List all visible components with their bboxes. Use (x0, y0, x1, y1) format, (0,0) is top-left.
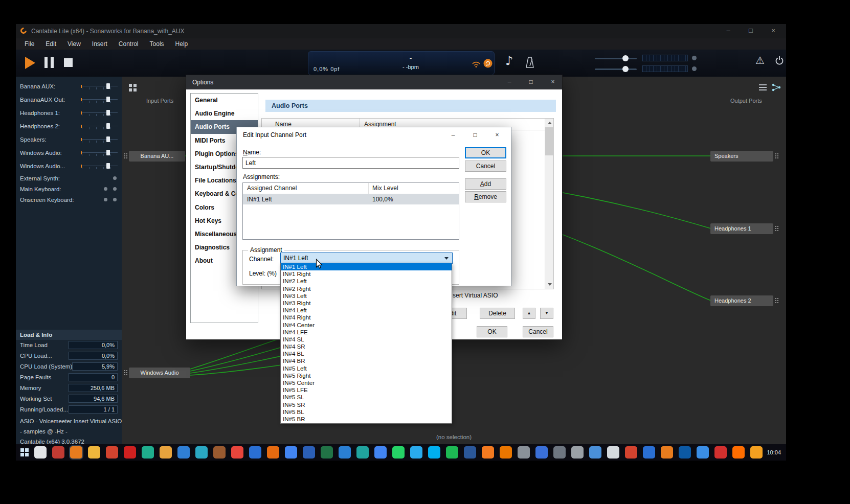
taskbar-icon[interactable] (267, 446, 279, 459)
taskbar-icon[interactable] (750, 446, 763, 459)
close-button[interactable]: × (766, 24, 781, 38)
sync-icon[interactable] (483, 59, 493, 68)
channel-slider[interactable] (81, 149, 118, 156)
taskbar-icon[interactable] (553, 446, 566, 459)
move-up-button[interactable]: ▲ (523, 308, 535, 319)
table-scrollbar[interactable] (545, 119, 553, 289)
node-grip[interactable] (775, 225, 778, 232)
channel-slider[interactable] (81, 109, 118, 117)
dropdown-option[interactable]: IN#4 LFE (281, 329, 452, 336)
taskbar-icon[interactable] (213, 446, 226, 459)
menu-tools[interactable]: Tools (144, 38, 170, 50)
gain-slider-knob-1[interactable] (622, 55, 629, 61)
output-node-headphones-1[interactable]: Headphones 1 (710, 223, 773, 234)
taskbar-icon[interactable] (482, 446, 494, 459)
output-node-headphones-2[interactable]: Headphones 2 (710, 295, 773, 306)
channel-slider[interactable] (81, 123, 118, 130)
dropdown-option[interactable]: IN#4 Center (281, 322, 452, 329)
dropdown-option[interactable]: IN#2 Left (281, 278, 452, 285)
dropdown-option[interactable]: IN#5 Right (281, 372, 452, 379)
menu-help[interactable]: Help (170, 38, 194, 50)
dropdown-option[interactable]: IN#4 Right (281, 314, 452, 321)
dropdown-option[interactable]: IN#4 Left (281, 307, 452, 314)
list-view-icon[interactable] (759, 84, 767, 90)
scroll-thumb[interactable] (545, 127, 554, 155)
scroll-down-icon[interactable] (545, 280, 554, 289)
dropdown-option[interactable]: IN#5 BR (281, 416, 452, 423)
dropdown-option[interactable]: IN#5 LFE (281, 386, 452, 394)
dropdown-option[interactable]: IN#4 BL (281, 350, 452, 357)
play-button[interactable] (25, 57, 35, 69)
grid-view-icon[interactable] (129, 84, 132, 87)
scroll-up-icon[interactable] (545, 119, 554, 127)
edit-close-button[interactable]: × (488, 128, 506, 142)
taskbar-icon[interactable] (643, 446, 655, 459)
nav-general[interactable]: General (191, 94, 258, 107)
taskbar-icon[interactable] (679, 446, 691, 459)
move-down-button[interactable]: ▼ (540, 308, 553, 319)
taskbar-icon[interactable] (321, 446, 333, 459)
remove-button[interactable]: Remove (465, 191, 506, 202)
delete-button[interactable]: Delete (480, 308, 515, 319)
dropdown-option[interactable]: IN#1 Left (281, 263, 452, 270)
node-grip[interactable] (775, 297, 778, 304)
nav-audio-engine[interactable]: Audio Engine (191, 107, 258, 120)
power-icon[interactable] (775, 56, 784, 65)
taskbar-icon[interactable] (446, 446, 458, 459)
dropdown-option[interactable]: IN#5 BL (281, 408, 452, 416)
taskbar-icon[interactable] (714, 446, 727, 459)
dropdown-option[interactable]: IN#5 Left (281, 365, 452, 372)
taskbar-icon[interactable] (124, 446, 136, 459)
taskbar-icon[interactable] (142, 446, 154, 459)
channel-slider[interactable] (81, 83, 118, 90)
taskbar-icon[interactable] (464, 446, 476, 459)
taskbar-icon[interactable] (500, 446, 512, 459)
edit-ok-button[interactable]: OK (465, 147, 506, 158)
taskbar-icon[interactable] (392, 446, 405, 459)
taskbar-icon[interactable] (410, 446, 422, 459)
taskbar-icon[interactable] (177, 446, 190, 459)
menu-insert[interactable]: Insert (86, 38, 113, 50)
warning-icon[interactable]: ⚠ (755, 54, 765, 66)
taskbar-icon[interactable] (535, 446, 548, 459)
channel-slider[interactable] (81, 136, 118, 143)
taskbar-icon[interactable] (303, 446, 315, 459)
taskbar-icon[interactable] (106, 446, 118, 459)
node-grip[interactable] (124, 370, 127, 376)
dropdown-option[interactable]: IN#1 Right (281, 270, 452, 278)
node-grip[interactable] (775, 153, 778, 159)
options-cancel-button[interactable]: Cancel (523, 326, 553, 337)
edit-maximize-button[interactable]: □ (466, 128, 484, 142)
channel-combobox[interactable]: IN#1 Left (280, 253, 453, 264)
edit-cancel-button[interactable]: Cancel (465, 161, 506, 172)
node-grip[interactable] (124, 153, 127, 159)
broadcast-icon[interactable] (471, 60, 481, 68)
menu-file[interactable]: File (19, 38, 40, 50)
channel-slider[interactable] (81, 96, 118, 103)
taskbar-icon[interactable] (70, 446, 82, 459)
minimize-button[interactable]: – (721, 24, 736, 38)
assignment-row[interactable]: IN#1 Left 100,0% (243, 194, 459, 204)
start-button[interactable] (20, 448, 24, 452)
dropdown-option[interactable]: IN#3 Right (281, 300, 452, 307)
taskbar-icon[interactable] (697, 446, 709, 459)
dropdown-option[interactable]: IN#5 SL (281, 394, 452, 401)
dropdown-option[interactable]: IN#5 SR (281, 401, 452, 408)
music-note-icon[interactable]: ♪ (505, 54, 513, 68)
menu-control[interactable]: Control (113, 38, 144, 50)
dropdown-option[interactable]: IN#5 Center (281, 379, 452, 386)
dropdown-option[interactable]: IN#4 SL (281, 336, 452, 343)
taskbar-icon[interactable] (661, 446, 673, 459)
name-input[interactable] (242, 157, 459, 169)
taskbar-icon[interactable] (195, 446, 208, 459)
options-ok-button[interactable]: OK (477, 326, 507, 337)
taskbar-icon[interactable] (732, 446, 745, 459)
taskbar-icon[interactable] (88, 446, 100, 459)
routing-view-icon[interactable] (771, 83, 781, 92)
menu-view[interactable]: View (62, 38, 86, 50)
pause-button[interactable] (44, 57, 54, 68)
dropdown-option[interactable]: IN#2 Right (281, 285, 452, 292)
channel-slider[interactable] (81, 163, 118, 170)
taskbar-icon[interactable] (607, 446, 619, 459)
taskbar-icon[interactable] (249, 446, 261, 459)
